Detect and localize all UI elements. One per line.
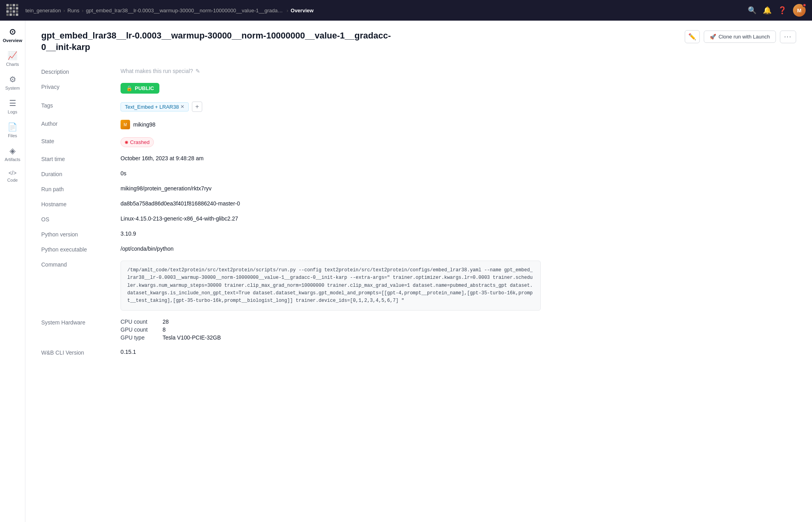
author-avatar: M bbox=[121, 120, 130, 129]
tag-item: Text_Embed + LRAR38 ✕ bbox=[121, 102, 189, 111]
tags-value: Text_Embed + LRAR38 ✕ + bbox=[121, 102, 796, 112]
add-tag-button[interactable]: + bbox=[192, 102, 202, 112]
privacy-row: Privacy 🔒 PUBLIC bbox=[41, 79, 796, 98]
breadcrumb-runs[interactable]: Runs bbox=[67, 8, 79, 13]
notification-icon[interactable]: 🔔 bbox=[763, 6, 772, 15]
rocket-icon: 🚀 bbox=[710, 34, 716, 40]
clone-run-label: Clone run with Launch bbox=[718, 34, 770, 40]
more-options-button[interactable]: ··· bbox=[780, 31, 796, 43]
sidebar-item-code[interactable]: </> Code bbox=[2, 167, 24, 186]
sidebar-item-charts[interactable]: 📈 Charts bbox=[2, 48, 24, 70]
sidebar-label-logs: Logs bbox=[8, 109, 17, 114]
main-layout: ⊙ Overview 📈 Charts ⚙ System ☰ Logs 📄 Fi… bbox=[0, 21, 812, 522]
privacy-label: Privacy bbox=[41, 83, 121, 90]
system-icon: ⚙ bbox=[9, 75, 16, 84]
lock-icon: 🔒 bbox=[126, 85, 132, 91]
artifacts-icon: ◈ bbox=[10, 146, 15, 155]
tags-row: Tags Text_Embed + LRAR38 ✕ + bbox=[41, 98, 796, 116]
cpu-count-label: CPU count bbox=[121, 319, 156, 325]
files-icon: 📄 bbox=[8, 122, 17, 132]
start-time-row: Start time October 16th, 2023 at 9:48:28… bbox=[41, 151, 796, 166]
os-value: Linux-4.15.0-213-generic-x86_64-with-gli… bbox=[121, 215, 796, 222]
page-header: gpt_embed_lrar38__lr-0.0003__warmup-3000… bbox=[41, 30, 796, 53]
description-row: Description What makes this run special?… bbox=[41, 64, 796, 79]
privacy-value: 🔒 PUBLIC bbox=[121, 83, 796, 94]
sidebar-item-artifacts[interactable]: ◈ Artifacts bbox=[2, 143, 24, 165]
wandb-cli-label: W&B CLI Version bbox=[41, 349, 121, 356]
breadcrumb-project[interactable]: tein_generation bbox=[25, 8, 61, 13]
command-label: Command bbox=[41, 261, 121, 268]
hostname-value: da8b5a758ad86d0ea3f401f816886240-master-… bbox=[121, 200, 796, 207]
header-actions: ✏️ 🚀 Clone run with Launch ··· bbox=[685, 30, 796, 43]
help-icon[interactable]: ❓ bbox=[778, 6, 787, 15]
breadcrumb-sep-3: › bbox=[287, 8, 288, 13]
command-block: /tmp/amlt_code/text2protein/src/text2pro… bbox=[121, 261, 541, 311]
sidebar-item-system[interactable]: ⚙ System bbox=[2, 71, 24, 94]
cpu-count-value: 28 bbox=[163, 319, 169, 325]
author-value: M miking98 bbox=[121, 120, 796, 129]
tag-remove-button[interactable]: ✕ bbox=[180, 104, 184, 109]
avatar[interactable]: M bbox=[793, 4, 806, 17]
search-icon[interactable]: 🔍 bbox=[748, 6, 756, 15]
info-table: Description What makes this run special?… bbox=[41, 64, 796, 360]
topnav-icons: 🔍 🔔 ❓ M bbox=[748, 4, 806, 17]
author-name: miking98 bbox=[133, 121, 155, 128]
description-label: Description bbox=[41, 68, 121, 75]
clone-run-button[interactable]: 🚀 Clone run with Launch bbox=[704, 31, 776, 43]
python-version-row: Python version 3.10.9 bbox=[41, 226, 796, 242]
public-label: PUBLIC bbox=[135, 85, 154, 91]
command-value: /tmp/amlt_code/text2protein/src/text2pro… bbox=[121, 261, 796, 311]
gpu-count-label: GPU count bbox=[121, 326, 156, 333]
sidebar-label-artifacts: Artifacts bbox=[5, 157, 21, 162]
system-hardware-value: CPU count 28 GPU count 8 GPU type Tesla … bbox=[121, 319, 796, 341]
main-content: gpt_embed_lrar38__lr-0.0003__warmup-3000… bbox=[25, 21, 812, 522]
hostname-row: Hostname da8b5a758ad86d0ea3f401f81688624… bbox=[41, 196, 796, 211]
logs-icon: ☰ bbox=[9, 98, 16, 108]
author-row: Author M miking98 bbox=[41, 116, 796, 133]
breadcrumb-sep-2: › bbox=[82, 8, 83, 13]
python-version-value: 3.10.9 bbox=[121, 230, 796, 237]
breadcrumb-run-id[interactable]: gpt_embed_lrar38__lr-0.0003__warmup-3000… bbox=[86, 8, 284, 13]
python-executable-row: Python executable /opt/conda/bin/python bbox=[41, 242, 796, 257]
edit-button[interactable]: ✏️ bbox=[685, 30, 700, 43]
state-text: Crashed bbox=[130, 139, 149, 145]
run-path-label: Run path bbox=[41, 185, 121, 192]
app-logo[interactable] bbox=[6, 4, 19, 17]
duration-label: Duration bbox=[41, 170, 121, 177]
gpu-type-label: GPU type bbox=[121, 334, 156, 341]
os-row: OS Linux-4.15.0-213-generic-x86_64-with-… bbox=[41, 211, 796, 226]
tags-label: Tags bbox=[41, 102, 121, 109]
sidebar-item-overview[interactable]: ⊙ Overview bbox=[2, 24, 24, 46]
sidebar-label-charts: Charts bbox=[6, 62, 19, 67]
breadcrumb-current: Overview bbox=[291, 8, 314, 13]
edit-description-icon[interactable]: ✎ bbox=[195, 68, 200, 74]
python-executable-label: Python executable bbox=[41, 246, 121, 253]
os-label: OS bbox=[41, 215, 121, 223]
run-title: gpt_embed_lrar38__lr-0.0003__warmup-3000… bbox=[41, 30, 398, 53]
sidebar-item-logs[interactable]: ☰ Logs bbox=[2, 95, 24, 117]
public-badge[interactable]: 🔒 PUBLIC bbox=[121, 83, 159, 94]
duration-row: Duration 0s bbox=[41, 166, 796, 181]
start-time-label: Start time bbox=[41, 155, 121, 162]
gpu-count-row: GPU count 8 bbox=[121, 326, 796, 333]
wandb-cli-value: 0.15.1 bbox=[121, 349, 796, 355]
wandb-cli-row: W&B CLI Version 0.15.1 bbox=[41, 345, 796, 360]
notification-dot bbox=[802, 3, 806, 7]
duration-value: 0s bbox=[121, 170, 796, 177]
gpu-type-value: Tesla V100-PCIE-32GB bbox=[163, 334, 221, 341]
sidebar-item-files[interactable]: 📄 Files bbox=[2, 119, 24, 141]
state-row: State Crashed bbox=[41, 133, 796, 151]
tag-list: Text_Embed + LRAR38 ✕ + bbox=[121, 102, 796, 112]
run-path-value: miking98/protein_generation/rktx7ryv bbox=[121, 185, 796, 192]
tag-label: Text_Embed + LRAR38 bbox=[125, 104, 179, 110]
state-badge: Crashed bbox=[121, 137, 154, 147]
state-label: State bbox=[41, 137, 121, 144]
system-hardware-row: System Hardware CPU count 28 GPU count 8… bbox=[41, 315, 796, 345]
sidebar: ⊙ Overview 📈 Charts ⚙ System ☰ Logs 📄 Fi… bbox=[0, 21, 25, 522]
sidebar-label-code: Code bbox=[7, 178, 17, 182]
description-value[interactable]: What makes this run special? ✎ bbox=[121, 68, 796, 74]
sidebar-label-overview: Overview bbox=[3, 38, 22, 43]
command-row: Command /tmp/amlt_code/text2protein/src/… bbox=[41, 257, 796, 315]
state-dot-icon bbox=[125, 141, 128, 144]
sidebar-label-system: System bbox=[5, 86, 20, 90]
